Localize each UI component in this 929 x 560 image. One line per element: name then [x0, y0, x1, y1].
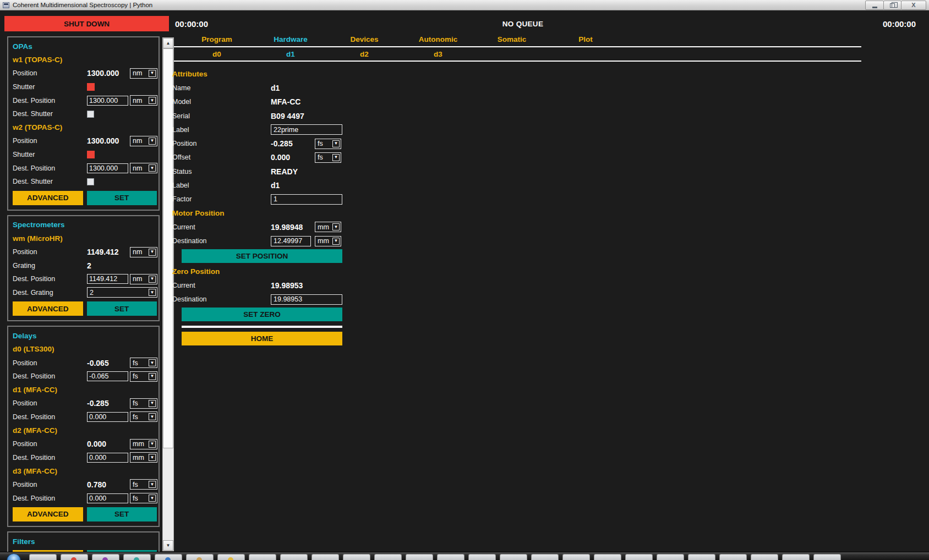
subtab-d0[interactable]: d0 [180, 48, 254, 60]
unit-select[interactable]: fs ▼ [130, 398, 157, 409]
dest-position-input[interactable] [87, 96, 128, 106]
unit-select[interactable]: nm ▼ [130, 247, 157, 257]
unit-select[interactable]: nm ▼ [130, 136, 157, 146]
start-orb-icon[interactable] [7, 553, 21, 560]
taskbar-button[interactable] [782, 554, 810, 560]
label-input[interactable] [271, 124, 342, 135]
shutdown-button[interactable]: SHUT DOWN [4, 16, 169, 31]
chevron-down-icon[interactable]: ▼ [149, 70, 156, 77]
tab-autonomic[interactable]: Autonomic [401, 33, 475, 46]
chevron-down-icon[interactable]: ▼ [149, 481, 156, 488]
dest-position-input[interactable] [87, 412, 128, 422]
tab-somatic[interactable]: Somatic [475, 33, 549, 46]
chevron-down-icon[interactable]: ▼ [332, 238, 340, 245]
tab-hardware[interactable]: Hardware [254, 33, 327, 46]
advanced-button[interactable]: ADVANCED [13, 507, 83, 521]
factor-input[interactable] [271, 194, 342, 205]
subtab-d3[interactable]: d3 [401, 48, 475, 60]
dest-shutter-checkbox[interactable] [87, 178, 94, 185]
chevron-down-icon[interactable]: ▼ [332, 154, 340, 161]
taskbar-button[interactable] [374, 554, 402, 560]
unit-select[interactable]: mm ▼ [130, 439, 157, 449]
unit-select[interactable]: mm ▼ [315, 236, 341, 246]
chevron-down-icon[interactable]: ▼ [149, 413, 156, 420]
chevron-down-icon[interactable]: ▼ [149, 495, 156, 502]
taskbar-button[interactable] [594, 554, 621, 560]
taskbar-button[interactable] [406, 554, 433, 560]
zero-destination-input[interactable] [271, 294, 342, 305]
motor-destination-input[interactable] [271, 236, 311, 246]
set-position-button[interactable]: SET POSITION [182, 249, 342, 263]
taskbar-button[interactable] [186, 554, 214, 560]
minimize-button[interactable] [865, 1, 884, 10]
taskbar-button[interactable] [29, 554, 57, 560]
taskbar-button[interactable] [562, 554, 590, 560]
chevron-down-icon[interactable]: ▼ [149, 400, 156, 407]
chevron-down-icon[interactable]: ▼ [332, 140, 340, 147]
taskbar-button[interactable] [92, 554, 119, 560]
taskbar-button[interactable] [123, 554, 151, 560]
unit-select[interactable]: nm ▼ [130, 274, 157, 284]
chevron-down-icon[interactable]: ▼ [149, 359, 156, 366]
dest-grating-select[interactable]: 2 ▼ [87, 287, 157, 298]
taskbar-button[interactable] [217, 554, 245, 560]
unit-select[interactable]: nm ▼ [130, 163, 157, 173]
unit-select[interactable]: fs ▼ [130, 493, 157, 503]
chevron-down-icon[interactable]: ▼ [149, 441, 156, 448]
taskbar-button[interactable] [625, 554, 653, 560]
dest-position-input[interactable] [87, 371, 128, 381]
unit-select[interactable]: fs ▼ [130, 411, 157, 422]
scroll-up-button[interactable]: ▲ [163, 38, 173, 48]
close-button[interactable]: X [901, 1, 926, 10]
taskbar-button[interactable] [437, 554, 465, 560]
unit-select[interactable]: mm ▼ [315, 222, 341, 232]
taskbar-button[interactable] [657, 554, 684, 560]
dest-position-input[interactable] [87, 453, 128, 463]
taskbar-button[interactable] [249, 554, 276, 560]
tab-devices[interactable]: Devices [327, 33, 401, 46]
unit-select[interactable]: fs ▼ [315, 139, 341, 149]
unit-select[interactable]: fs ▼ [130, 479, 157, 490]
dest-shutter-checkbox[interactable] [87, 111, 94, 118]
unit-select[interactable]: fs ▼ [315, 152, 341, 163]
chevron-down-icon[interactable]: ▼ [149, 97, 156, 104]
set-zero-button[interactable]: SET ZERO [182, 308, 342, 321]
taskbar-button[interactable] [155, 554, 182, 560]
dest-position-input[interactable] [87, 274, 128, 284]
taskbar-button[interactable] [751, 554, 778, 560]
unit-select[interactable]: nm ▼ [130, 95, 157, 106]
chevron-down-icon[interactable]: ▼ [149, 289, 156, 296]
chevron-down-icon[interactable]: ▼ [149, 373, 156, 380]
chevron-down-icon[interactable]: ▼ [149, 454, 156, 461]
dest-position-input[interactable] [87, 493, 128, 503]
chevron-down-icon[interactable]: ▼ [149, 249, 156, 256]
home-button[interactable]: HOME [182, 332, 342, 345]
taskbar-button[interactable] [468, 554, 496, 560]
scroll-down-button[interactable]: ▼ [163, 540, 173, 551]
set-button[interactable]: SET [87, 191, 157, 205]
taskbar-button[interactable] [531, 554, 559, 560]
chevron-down-icon[interactable]: ▼ [332, 223, 340, 230]
chevron-down-icon[interactable]: ▼ [149, 164, 156, 172]
set-button[interactable]: SET [87, 301, 157, 316]
taskbar-button[interactable] [500, 554, 527, 560]
taskbar-button[interactable] [312, 554, 339, 560]
subtab-d2[interactable]: d2 [327, 48, 401, 60]
subtab-d1[interactable]: d1 [254, 48, 327, 60]
chevron-down-icon[interactable]: ▼ [149, 138, 156, 145]
taskbar-button[interactable] [688, 554, 715, 560]
chevron-down-icon[interactable]: ▼ [149, 276, 156, 283]
set-button[interactable]: SET [87, 507, 157, 521]
taskbar-button[interactable] [280, 554, 308, 560]
advanced-button[interactable]: ADVANCED [13, 191, 83, 205]
unit-select[interactable]: mm ▼ [130, 452, 157, 463]
unit-select[interactable]: fs ▼ [130, 358, 157, 368]
unit-select[interactable]: fs ▼ [130, 371, 157, 382]
advanced-button[interactable]: ADVANCED [13, 301, 83, 316]
taskbar-button[interactable] [719, 554, 747, 560]
tab-plot[interactable]: Plot [549, 33, 622, 46]
taskbar-button[interactable] [813, 554, 841, 560]
taskbar-button[interactable] [343, 554, 370, 560]
dest-position-input[interactable] [87, 163, 128, 173]
tab-program[interactable]: Program [180, 33, 254, 46]
